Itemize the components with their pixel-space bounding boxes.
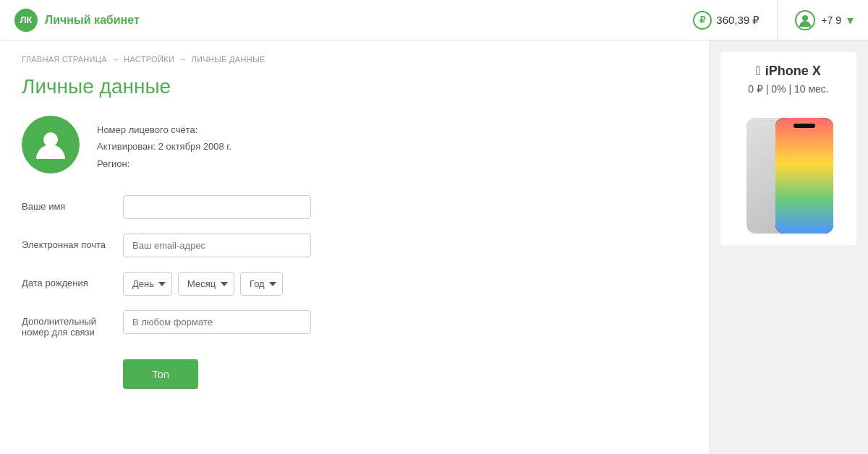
breadcrumb-arrow-2: → xyxy=(179,55,187,64)
profile-info: Номер лицевого счёта: Активирован: 2 окт… xyxy=(97,116,231,172)
apple-logo-icon:  xyxy=(756,64,761,79)
phone-notch xyxy=(793,124,815,128)
content-area: ГЛАВНАЯ СТРАНИЦА → НАСТРОЙКИ → ЛИЧНЫЕ ДА… xyxy=(0,40,709,454)
account-number: Номер лицевого счёта: xyxy=(97,121,231,138)
email-label: Электронная почта xyxy=(22,234,109,250)
chevron-down-icon[interactable]: ▾ xyxy=(847,12,854,28)
activated-date: Активирован: 2 октября 2008 г. xyxy=(97,138,231,155)
breadcrumb-home[interactable]: ГЛАВНАЯ СТРАНИЦА xyxy=(22,55,107,64)
email-input[interactable] xyxy=(123,234,311,257)
user-area[interactable]: +7 9 ▾ xyxy=(777,0,854,40)
breadcrumb-arrow-1: → xyxy=(111,55,119,64)
form-section: Ваше имя Электронная почта Дата рождения… xyxy=(22,195,687,389)
header-right: ₽ 360,39 ₽ +7 9 ▾ xyxy=(693,0,854,40)
ad-product-name: iPhone X xyxy=(765,64,821,79)
year-select[interactable]: Год xyxy=(240,272,283,296)
dob-label: Дата рождения xyxy=(22,272,109,288)
header: ЛК Личный кабинет ₽ 360,39 ₽ +7 9 ▾ xyxy=(0,0,868,40)
ad-card:  iPhone X 0 ₽ | 0% | 10 мес. xyxy=(720,52,856,245)
date-selects: День Месяц Год xyxy=(123,272,283,296)
region: Регион: xyxy=(97,155,231,172)
logo: ЛК xyxy=(14,9,38,32)
name-row: Ваше имя xyxy=(22,195,687,219)
breadcrumb: ГЛАВНАЯ СТРАНИЦА → НАСТРОЙКИ → ЛИЧНЫЕ ДА… xyxy=(22,55,687,64)
svg-point-1 xyxy=(802,15,808,21)
balance-area: ₽ 360,39 ₽ xyxy=(693,11,760,30)
ruble-icon: ₽ xyxy=(693,11,712,30)
dob-row: Дата рождения День Месяц Год xyxy=(22,272,687,296)
header-title: Личный кабинет xyxy=(45,14,140,27)
name-label: Ваше имя xyxy=(22,195,109,212)
phone-input[interactable] xyxy=(123,310,311,334)
ad-phone-visual xyxy=(732,103,845,234)
user-phone: +7 9 xyxy=(821,14,841,26)
phone-front xyxy=(775,118,833,234)
profile-section: Номер лицевого счёта: Активирован: 2 окт… xyxy=(22,116,687,174)
page-title: Личные данные xyxy=(22,75,687,98)
sidebar:  iPhone X 0 ₽ | 0% | 10 мес. xyxy=(709,40,868,454)
user-icon xyxy=(795,10,815,30)
main-layout: ГЛАВНАЯ СТРАНИЦА → НАСТРОЙКИ → ЛИЧНЫЕ ДА… xyxy=(0,40,868,454)
avatar xyxy=(22,116,80,174)
breadcrumb-current: ЛИЧНЫЕ ДАННЫЕ xyxy=(191,55,265,64)
phone-label: Дополнительный номер для связи xyxy=(22,310,109,338)
day-select[interactable]: День xyxy=(123,272,172,296)
avatar-icon xyxy=(33,127,69,163)
phone-row: Дополнительный номер для связи xyxy=(22,310,687,338)
name-input[interactable] xyxy=(123,195,311,219)
header-left: ЛК Личный кабинет xyxy=(14,9,140,32)
email-row: Электронная почта xyxy=(22,234,687,257)
ad-brand:  iPhone X xyxy=(732,64,845,79)
month-select[interactable]: Месяц xyxy=(178,272,234,296)
submit-button[interactable]: Ton xyxy=(123,359,198,389)
balance-amount: 360,39 ₽ xyxy=(716,14,760,27)
phone-screen xyxy=(775,118,833,234)
breadcrumb-settings[interactable]: НАСТРОЙКИ xyxy=(124,55,174,64)
ad-price: 0 ₽ | 0% | 10 мес. xyxy=(732,83,845,95)
